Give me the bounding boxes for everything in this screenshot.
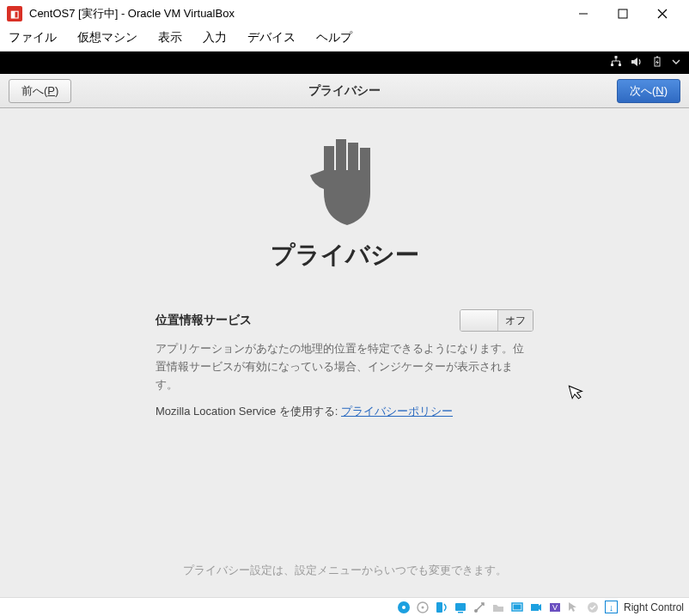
next-button[interactable]: 次へ(N)	[617, 79, 680, 103]
menu-machine[interactable]: 仮想マシン	[77, 30, 137, 46]
chevron-down-icon[interactable]	[672, 57, 680, 69]
maximize-button[interactable]	[603, 1, 643, 27]
svg-text:V: V	[552, 603, 558, 612]
shared-folder-icon[interactable]	[491, 600, 506, 614]
minimize-icon	[578, 9, 588, 19]
svg-point-20	[474, 609, 478, 613]
switch-knob	[460, 310, 498, 331]
svg-rect-17	[436, 602, 442, 613]
svg-rect-9	[324, 146, 334, 170]
privacy-policy-link[interactable]: プライバシーポリシー	[341, 405, 453, 418]
menu-input[interactable]: 入力	[203, 30, 227, 46]
headerbar-title: プライバシー	[308, 83, 381, 99]
footer-note: プライバシー設定は、設定メニューからいつでも変更できます。	[0, 563, 689, 578]
usb-icon[interactable]	[473, 600, 487, 614]
mozilla-prefix: Mozilla Location Service を使用する:	[155, 405, 341, 418]
mozilla-line: Mozilla Location Service を使用する: プライバシーポリ…	[155, 404, 534, 419]
battery-icon[interactable]	[651, 56, 663, 70]
next-button-label-suffix: )	[664, 84, 668, 97]
net-icon[interactable]	[454, 600, 468, 614]
svg-rect-23	[531, 604, 539, 611]
close-icon	[657, 9, 668, 19]
maximize-icon	[618, 9, 628, 19]
display-icon[interactable]	[510, 600, 525, 614]
mouse-cursor-icon	[568, 381, 587, 406]
svg-rect-6	[619, 64, 621, 66]
vm-display: 前へ(P) プライバシー 次へ(N) プライバシー 位置情報サービス	[0, 52, 689, 597]
location-row: 位置情報サービス オフ	[155, 309, 534, 332]
prev-button-accesskey: P	[47, 84, 55, 97]
svg-rect-8	[656, 56, 658, 58]
location-label: 位置情報サービス	[155, 313, 252, 328]
privacy-heading: プライバシー	[0, 239, 689, 271]
svg-rect-19	[458, 612, 463, 613]
location-description: アプリケーションがあなたの地理的位置を特定できるようになります。位置情報サービス…	[155, 340, 534, 393]
hostkey-label: Right Control	[624, 601, 684, 613]
menubar: ファイル 仮想マシン 表示 入力 デバイス ヘルプ	[0, 27, 689, 52]
switch-state: オフ	[498, 310, 533, 331]
menu-file[interactable]: ファイル	[9, 30, 57, 46]
optical-icon[interactable]	[416, 600, 430, 614]
privacy-screen: プライバシー 位置情報サービス オフ アプリケーションがあなたの地理的位置を特定…	[0, 108, 689, 597]
minimize-button[interactable]	[564, 1, 603, 27]
next-button-accesskey: N	[655, 84, 663, 97]
svg-rect-11	[348, 143, 358, 170]
hdd-icon[interactable]	[397, 600, 412, 614]
svg-point-16	[422, 606, 424, 608]
next-button-label-prefix: 次へ(	[630, 83, 655, 99]
svg-rect-10	[336, 139, 346, 170]
audio-icon[interactable]	[435, 600, 449, 614]
close-button[interactable]	[643, 1, 682, 27]
svg-rect-22	[514, 604, 521, 609]
svg-rect-4	[615, 56, 618, 58]
window-controls	[564, 1, 682, 27]
hand-icon	[306, 139, 383, 225]
titlebar: ◧ CentOS7 [実行中] - Oracle VM VirtualBox	[0, 0, 689, 27]
volume-icon[interactable]	[631, 56, 643, 70]
recording-icon[interactable]	[529, 600, 544, 614]
headerbar: 前へ(P) プライバシー 次へ(N)	[0, 74, 689, 108]
mouse-integration-icon[interactable]	[567, 600, 582, 614]
vrde-icon[interactable]: V	[548, 600, 563, 614]
prev-button[interactable]: 前へ(P)	[9, 79, 71, 103]
hostkey-indicator-icon[interactable]: ↓	[605, 601, 618, 613]
prev-button-label-suffix: )	[55, 84, 58, 97]
menu-view[interactable]: 表示	[158, 30, 182, 46]
svg-rect-1	[619, 9, 627, 18]
window-title: CentOS7 [実行中] - Oracle VM VirtualBox	[29, 6, 564, 21]
keyboard-icon[interactable]	[586, 600, 601, 614]
prev-button-label-prefix: 前へ(	[21, 83, 47, 99]
network-icon[interactable]	[610, 56, 622, 70]
privacy-section: 位置情報サービス オフ アプリケーションがあなたの地理的位置を特定できるようにな…	[155, 309, 534, 419]
virtualbox-icon: ◧	[7, 6, 22, 21]
svg-rect-18	[455, 603, 466, 611]
vb-statusbar: V ↓ Right Control	[0, 597, 689, 616]
menu-help[interactable]: ヘルプ	[316, 30, 352, 46]
menu-devices[interactable]: デバイス	[247, 30, 296, 46]
gnome-topbar	[0, 52, 689, 74]
svg-rect-5	[611, 64, 613, 66]
svg-point-14	[402, 606, 405, 609]
location-switch[interactable]: オフ	[460, 309, 534, 332]
svg-rect-12	[360, 148, 370, 170]
